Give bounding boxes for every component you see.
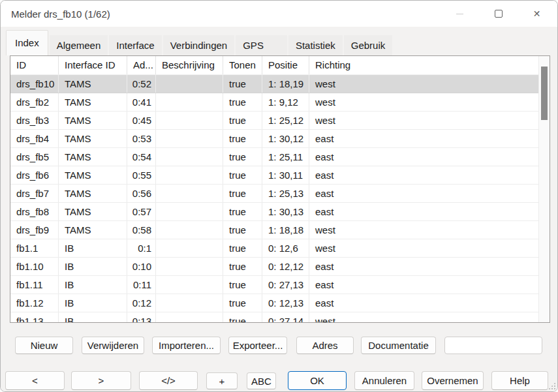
tab-gebruik[interactable]: Gebruik (344, 35, 393, 55)
cell-adres: 0:1 (127, 239, 156, 257)
adres-button[interactable]: Adres (296, 337, 354, 354)
cell-positie: 1: 30,13 (262, 203, 309, 220)
table-row[interactable]: fb1.11 IB 0:11 true 0: 27,13 east (10, 276, 539, 294)
tab-statistiek[interactable]: Statistiek (288, 35, 343, 55)
vertical-scrollbar[interactable] (538, 56, 550, 322)
code-button[interactable]: </> (139, 371, 198, 390)
cell-beschrijving (156, 294, 223, 312)
cell-adres: 0:12 (127, 294, 156, 312)
column-header-richting[interactable]: Richting (309, 56, 539, 74)
close-button[interactable]: ✕ (518, 1, 556, 27)
cell-id: drs_fb9 (10, 221, 59, 239)
table-row[interactable]: drs_fb7 TAMS 0:56 true 1: 25,13 east (10, 185, 539, 203)
table-row[interactable]: fb1.13 IB 0:13 true 0: 27,14 west (10, 312, 539, 322)
table-row[interactable]: fb1.10 IB 0:10 true 0: 12,12 east (10, 258, 539, 276)
tab-gps[interactable]: GPS (236, 35, 287, 55)
resize-grip[interactable] (548, 382, 555, 389)
cell-beschrijving (156, 276, 223, 294)
table-header-row: ID Interface ID Ad... Beschrijving Tonen… (10, 56, 539, 75)
help-button[interactable]: Help (491, 371, 548, 390)
tab-algemeen[interactable]: Algemeen (50, 35, 108, 55)
table-row[interactable]: drs_fb5 TAMS 0:54 true 1: 25,11 east (10, 148, 539, 166)
cell-beschrijving (156, 203, 223, 220)
cell-positie: 1: 30,11 (262, 166, 309, 184)
cell-id: fb1.1 (10, 239, 59, 257)
annuleren-button[interactable]: Annuleren (354, 371, 414, 390)
cell-richting: east (309, 148, 539, 166)
cell-beschrijving (156, 239, 223, 257)
cell-beschrijving (156, 75, 223, 93)
minimize-button[interactable] (441, 1, 479, 27)
tab-verbindingen[interactable]: Verbindingen (163, 35, 235, 55)
table-row[interactable]: drs_fb10 TAMS 0:52 true 1: 18,19 west (10, 75, 539, 93)
cell-positie: 1: 25,13 (262, 185, 309, 202)
exporteer-button[interactable]: Exporteer... (228, 337, 287, 354)
cell-richting: west (309, 312, 539, 322)
table-row[interactable]: drs_fb9 TAMS 0:58 true 1: 18,18 west (10, 221, 539, 239)
cell-tonen: true (223, 166, 262, 184)
table-row[interactable]: drs_fb4 TAMS 0:53 true 1: 30,12 east (10, 130, 539, 148)
table-row[interactable]: drs_fb3 TAMS 0:45 true 1: 25,12 west (10, 112, 539, 130)
verwijderen-button[interactable]: Verwijderen (82, 337, 144, 354)
maximize-icon (495, 10, 503, 18)
cell-positie: 1: 25,12 (262, 112, 309, 129)
plus-button[interactable]: + (206, 372, 238, 389)
cell-id: drs_fb7 (10, 185, 59, 202)
table-row[interactable]: drs_fb8 TAMS 0:57 true 1: 30,13 east (10, 203, 539, 221)
cell-adres: 0:58 (127, 221, 156, 239)
cell-interface-id: TAMS (59, 75, 127, 93)
cell-adres: 0:11 (127, 276, 156, 294)
cell-adres: 0:53 (127, 130, 156, 147)
prev-button[interactable]: < (5, 371, 65, 390)
importeren-button[interactable]: Importeren... (152, 337, 221, 354)
column-header-beschrijving[interactable]: Beschrijving (156, 56, 223, 74)
cell-positie: 0: 27,14 (262, 312, 309, 322)
column-header-tonen[interactable]: Tonen (223, 56, 262, 74)
maximize-button[interactable] (479, 1, 518, 27)
cell-interface-id: IB (59, 294, 127, 312)
column-header-interface-id[interactable]: Interface ID (59, 56, 127, 74)
cell-richting: east (309, 258, 539, 275)
cell-id: fb1.10 (10, 258, 59, 275)
cell-richting: east (309, 130, 539, 147)
cell-id: drs_fb4 (10, 130, 59, 147)
cell-id: drs_fb3 (10, 112, 59, 129)
next-button[interactable]: > (71, 371, 131, 390)
cell-tonen: true (223, 221, 262, 239)
nieuw-button[interactable]: Nieuw (15, 337, 73, 354)
table-row[interactable]: drs_fb6 TAMS 0:55 true 1: 30,11 east (10, 166, 539, 185)
scrollbar-thumb[interactable] (541, 67, 548, 120)
cell-richting: west (309, 75, 539, 93)
filter-input[interactable] (444, 337, 542, 354)
overnemen-button[interactable]: Overnemen (422, 371, 484, 390)
cell-richting: east (309, 166, 539, 184)
cell-interface-id: TAMS (59, 130, 127, 147)
table-row[interactable]: drs_fb2 TAMS 0:41 true 1: 9,12 west (10, 93, 539, 112)
cell-tonen: true (223, 258, 262, 275)
cell-id: drs_fb8 (10, 203, 59, 220)
cell-adres: 0:10 (127, 258, 156, 275)
cell-id: drs_fb2 (10, 93, 59, 111)
tab-bar: Index Algemeen Interface Verbindingen GP… (6, 29, 394, 55)
tab-interface[interactable]: Interface (109, 35, 161, 55)
cell-positie: 1: 18,19 (262, 75, 309, 93)
documentatie-button[interactable]: Documentatie (361, 337, 436, 354)
dialog-content: Index Algemeen Interface Verbindingen GP… (1, 27, 557, 391)
column-header-adres[interactable]: Ad... (127, 56, 156, 74)
tab-index[interactable]: Index (6, 30, 48, 55)
cell-richting: east (309, 276, 539, 294)
cell-interface-id: TAMS (59, 203, 127, 220)
table-body: drs_fb10 TAMS 0:52 true 1: 18,19 west dr… (10, 75, 539, 322)
column-header-id[interactable]: ID (10, 56, 59, 74)
cell-id: drs_fb10 (10, 75, 59, 93)
cell-tonen: true (223, 93, 262, 111)
cell-id: fb1.12 (10, 294, 59, 312)
cell-beschrijving (156, 148, 223, 166)
table-row[interactable]: fb1.12 IB 0:12 true 0: 12,13 east (10, 294, 539, 312)
cell-interface-id: TAMS (59, 166, 127, 184)
ok-button[interactable]: OK (288, 371, 347, 390)
cell-positie: 1: 18,18 (262, 221, 309, 239)
column-header-positie[interactable]: Positie (262, 56, 309, 74)
table-row[interactable]: fb1.1 IB 0:1 true 0: 12,6 west (10, 239, 539, 258)
abc-button[interactable]: ABC (247, 372, 276, 389)
